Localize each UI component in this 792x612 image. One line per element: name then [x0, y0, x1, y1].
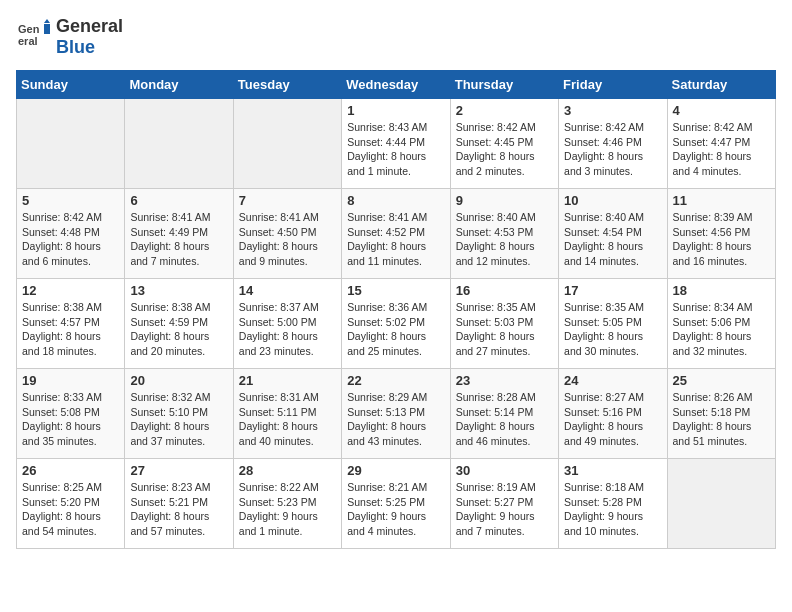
- day-number: 8: [347, 193, 444, 208]
- day-info: Sunrise: 8:25 AM Sunset: 5:20 PM Dayligh…: [22, 480, 119, 539]
- day-info: Sunrise: 8:18 AM Sunset: 5:28 PM Dayligh…: [564, 480, 661, 539]
- svg-text:Gen: Gen: [18, 23, 40, 35]
- day-info: Sunrise: 8:31 AM Sunset: 5:11 PM Dayligh…: [239, 390, 336, 449]
- day-number: 3: [564, 103, 661, 118]
- day-info: Sunrise: 8:29 AM Sunset: 5:13 PM Dayligh…: [347, 390, 444, 449]
- calendar-cell: 18Sunrise: 8:34 AM Sunset: 5:06 PM Dayli…: [667, 279, 775, 369]
- calendar-cell: 10Sunrise: 8:40 AM Sunset: 4:54 PM Dayli…: [559, 189, 667, 279]
- day-info: Sunrise: 8:34 AM Sunset: 5:06 PM Dayligh…: [673, 300, 770, 359]
- day-number: 9: [456, 193, 553, 208]
- calendar-cell: 15Sunrise: 8:36 AM Sunset: 5:02 PM Dayli…: [342, 279, 450, 369]
- day-number: 6: [130, 193, 227, 208]
- logo: Gen eral General Blue: [16, 16, 123, 58]
- calendar-cell: 11Sunrise: 8:39 AM Sunset: 4:56 PM Dayli…: [667, 189, 775, 279]
- calendar-table: SundayMondayTuesdayWednesdayThursdayFrid…: [16, 70, 776, 549]
- day-info: Sunrise: 8:40 AM Sunset: 4:54 PM Dayligh…: [564, 210, 661, 269]
- day-number: 7: [239, 193, 336, 208]
- day-info: Sunrise: 8:35 AM Sunset: 5:03 PM Dayligh…: [456, 300, 553, 359]
- day-number: 25: [673, 373, 770, 388]
- calendar-cell: 24Sunrise: 8:27 AM Sunset: 5:16 PM Dayli…: [559, 369, 667, 459]
- day-info: Sunrise: 8:19 AM Sunset: 5:27 PM Dayligh…: [456, 480, 553, 539]
- day-of-week-header: Saturday: [667, 71, 775, 99]
- svg-rect-4: [44, 24, 50, 34]
- calendar-cell: 1Sunrise: 8:43 AM Sunset: 4:44 PM Daylig…: [342, 99, 450, 189]
- calendar-cell: 30Sunrise: 8:19 AM Sunset: 5:27 PM Dayli…: [450, 459, 558, 549]
- calendar-cell: 31Sunrise: 8:18 AM Sunset: 5:28 PM Dayli…: [559, 459, 667, 549]
- calendar-cell: 4Sunrise: 8:42 AM Sunset: 4:47 PM Daylig…: [667, 99, 775, 189]
- calendar-cell: 23Sunrise: 8:28 AM Sunset: 5:14 PM Dayli…: [450, 369, 558, 459]
- day-info: Sunrise: 8:36 AM Sunset: 5:02 PM Dayligh…: [347, 300, 444, 359]
- calendar-cell: 3Sunrise: 8:42 AM Sunset: 4:46 PM Daylig…: [559, 99, 667, 189]
- day-number: 4: [673, 103, 770, 118]
- day-info: Sunrise: 8:42 AM Sunset: 4:46 PM Dayligh…: [564, 120, 661, 179]
- day-info: Sunrise: 8:37 AM Sunset: 5:00 PM Dayligh…: [239, 300, 336, 359]
- calendar-cell: 8Sunrise: 8:41 AM Sunset: 4:52 PM Daylig…: [342, 189, 450, 279]
- day-info: Sunrise: 8:41 AM Sunset: 4:49 PM Dayligh…: [130, 210, 227, 269]
- day-info: Sunrise: 8:42 AM Sunset: 4:45 PM Dayligh…: [456, 120, 553, 179]
- day-number: 12: [22, 283, 119, 298]
- day-number: 2: [456, 103, 553, 118]
- day-number: 17: [564, 283, 661, 298]
- logo-blue: Blue: [56, 37, 95, 57]
- day-number: 19: [22, 373, 119, 388]
- svg-text:eral: eral: [18, 35, 38, 47]
- day-number: 20: [130, 373, 227, 388]
- day-info: Sunrise: 8:42 AM Sunset: 4:47 PM Dayligh…: [673, 120, 770, 179]
- calendar-cell: [125, 99, 233, 189]
- day-number: 22: [347, 373, 444, 388]
- calendar-cell: [233, 99, 341, 189]
- day-number: 27: [130, 463, 227, 478]
- calendar-cell: 19Sunrise: 8:33 AM Sunset: 5:08 PM Dayli…: [17, 369, 125, 459]
- day-number: 10: [564, 193, 661, 208]
- calendar-cell: 9Sunrise: 8:40 AM Sunset: 4:53 PM Daylig…: [450, 189, 558, 279]
- day-info: Sunrise: 8:40 AM Sunset: 4:53 PM Dayligh…: [456, 210, 553, 269]
- calendar-cell: 22Sunrise: 8:29 AM Sunset: 5:13 PM Dayli…: [342, 369, 450, 459]
- calendar-week-row: 26Sunrise: 8:25 AM Sunset: 5:20 PM Dayli…: [17, 459, 776, 549]
- day-number: 11: [673, 193, 770, 208]
- calendar-week-row: 19Sunrise: 8:33 AM Sunset: 5:08 PM Dayli…: [17, 369, 776, 459]
- calendar-cell: 28Sunrise: 8:22 AM Sunset: 5:23 PM Dayli…: [233, 459, 341, 549]
- day-number: 31: [564, 463, 661, 478]
- calendar-cell: 5Sunrise: 8:42 AM Sunset: 4:48 PM Daylig…: [17, 189, 125, 279]
- day-info: Sunrise: 8:43 AM Sunset: 4:44 PM Dayligh…: [347, 120, 444, 179]
- calendar-cell: 25Sunrise: 8:26 AM Sunset: 5:18 PM Dayli…: [667, 369, 775, 459]
- day-number: 29: [347, 463, 444, 478]
- day-info: Sunrise: 8:26 AM Sunset: 5:18 PM Dayligh…: [673, 390, 770, 449]
- calendar-week-row: 1Sunrise: 8:43 AM Sunset: 4:44 PM Daylig…: [17, 99, 776, 189]
- page-header: Gen eral General Blue: [16, 16, 776, 58]
- day-of-week-header: Sunday: [17, 71, 125, 99]
- day-number: 26: [22, 463, 119, 478]
- day-info: Sunrise: 8:27 AM Sunset: 5:16 PM Dayligh…: [564, 390, 661, 449]
- day-number: 16: [456, 283, 553, 298]
- day-info: Sunrise: 8:41 AM Sunset: 4:52 PM Dayligh…: [347, 210, 444, 269]
- calendar-cell: 29Sunrise: 8:21 AM Sunset: 5:25 PM Dayli…: [342, 459, 450, 549]
- calendar-cell: 27Sunrise: 8:23 AM Sunset: 5:21 PM Dayli…: [125, 459, 233, 549]
- calendar-cell: 21Sunrise: 8:31 AM Sunset: 5:11 PM Dayli…: [233, 369, 341, 459]
- day-info: Sunrise: 8:39 AM Sunset: 4:56 PM Dayligh…: [673, 210, 770, 269]
- day-info: Sunrise: 8:33 AM Sunset: 5:08 PM Dayligh…: [22, 390, 119, 449]
- day-number: 23: [456, 373, 553, 388]
- day-number: 15: [347, 283, 444, 298]
- calendar-cell: 7Sunrise: 8:41 AM Sunset: 4:50 PM Daylig…: [233, 189, 341, 279]
- day-of-week-header: Tuesday: [233, 71, 341, 99]
- day-info: Sunrise: 8:23 AM Sunset: 5:21 PM Dayligh…: [130, 480, 227, 539]
- day-info: Sunrise: 8:42 AM Sunset: 4:48 PM Dayligh…: [22, 210, 119, 269]
- calendar-week-row: 12Sunrise: 8:38 AM Sunset: 4:57 PM Dayli…: [17, 279, 776, 369]
- calendar-cell: 12Sunrise: 8:38 AM Sunset: 4:57 PM Dayli…: [17, 279, 125, 369]
- day-info: Sunrise: 8:28 AM Sunset: 5:14 PM Dayligh…: [456, 390, 553, 449]
- calendar-header-row: SundayMondayTuesdayWednesdayThursdayFrid…: [17, 71, 776, 99]
- logo-icon: Gen eral: [16, 19, 52, 55]
- day-number: 28: [239, 463, 336, 478]
- day-info: Sunrise: 8:41 AM Sunset: 4:50 PM Dayligh…: [239, 210, 336, 269]
- day-info: Sunrise: 8:32 AM Sunset: 5:10 PM Dayligh…: [130, 390, 227, 449]
- calendar-week-row: 5Sunrise: 8:42 AM Sunset: 4:48 PM Daylig…: [17, 189, 776, 279]
- day-number: 21: [239, 373, 336, 388]
- calendar-cell: 20Sunrise: 8:32 AM Sunset: 5:10 PM Dayli…: [125, 369, 233, 459]
- calendar-cell: 14Sunrise: 8:37 AM Sunset: 5:00 PM Dayli…: [233, 279, 341, 369]
- day-of-week-header: Thursday: [450, 71, 558, 99]
- day-number: 13: [130, 283, 227, 298]
- day-info: Sunrise: 8:35 AM Sunset: 5:05 PM Dayligh…: [564, 300, 661, 359]
- day-info: Sunrise: 8:38 AM Sunset: 4:57 PM Dayligh…: [22, 300, 119, 359]
- day-number: 1: [347, 103, 444, 118]
- day-number: 24: [564, 373, 661, 388]
